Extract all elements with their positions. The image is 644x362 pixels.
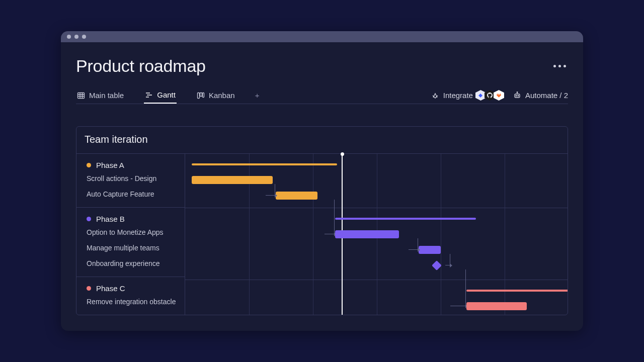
task-bar[interactable] [335,230,399,238]
task-row[interactable]: Scroll actions - Design [87,171,185,187]
dependency-arrow-icon [450,263,452,267]
svg-point-14 [516,95,517,96]
table-icon [77,92,85,100]
integrate-icon [431,92,439,100]
integrate-label: Integrate [443,91,473,100]
integration-github-icon [485,90,495,101]
group-header: Phase A [87,159,185,171]
automate-button[interactable]: Automate / 2 [513,91,568,100]
kanban-icon [197,92,205,100]
group-phase-a[interactable]: Phase A Scroll actions - Design Auto Cap… [76,154,185,208]
dependency-connector [266,184,275,196]
summary-bar-phase-a[interactable] [192,163,338,165]
grid-line [313,154,313,315]
page-title-row: Product roadmap [76,56,568,76]
integrate-button[interactable]: Integrate [431,90,504,101]
group-color-dot [87,163,91,167]
tab-label: Gantt [157,90,176,99]
task-bar[interactable] [192,176,273,184]
tab-label: Kanban [209,91,235,100]
svg-point-13 [517,92,518,93]
tab-main-table[interactable]: Main table [76,87,125,104]
group-header: Phase C [87,282,185,294]
grid-line [441,154,441,315]
dependency-connector [409,238,418,250]
gantt-body: Phase A Scroll actions - Design Auto Cap… [76,153,568,315]
task-bar[interactable] [466,302,527,310]
group-phase-b[interactable]: Phase B Option to Monetize Apps Manage m… [76,208,185,277]
dependency-arrow-icon [275,194,277,198]
row-divider [185,208,568,208]
more-menu-button[interactable] [553,65,568,67]
task-row[interactable]: Option to Monetize Apps [87,225,185,240]
group-color-dot [87,217,91,221]
window-zoom-dot[interactable] [82,35,86,39]
task-row[interactable]: Manage multiple teams [87,240,185,256]
page-title: Product roadmap [76,56,206,76]
svg-rect-0 [78,93,85,98]
row-divider [185,280,568,280]
task-bar[interactable] [276,192,317,200]
automate-label: Automate / 2 [525,91,568,100]
window-titlebar [61,31,583,42]
summary-bar-phase-c[interactable] [466,290,568,292]
add-view-button[interactable]: + [255,91,260,100]
robot-icon [513,92,521,100]
integration-avatars [477,90,504,101]
group-color-dot [87,286,91,291]
view-tabs-row: Main table Gantt [76,87,568,104]
dependency-arrow-icon [418,248,420,252]
task-bar[interactable] [419,246,441,254]
group-label: Phase A [96,161,124,169]
window-minimize-dot[interactable] [74,35,78,39]
integration-jira-icon [475,90,486,101]
tab-label: Main table [89,91,124,100]
board-title: Team iteration [76,127,568,153]
task-row[interactable]: Onboarding experience [87,256,185,272]
dependency-connector [450,269,465,306]
gantt-timeline[interactable] [185,153,568,315]
app-window: Product roadmap [61,31,583,331]
task-row[interactable]: Remove integration obstacle [87,294,185,310]
integration-gitlab-icon [494,90,504,101]
view-tabs: Main table Gantt [76,87,259,104]
gantt-icon [145,91,153,99]
window-close-dot[interactable] [67,35,71,39]
svg-rect-10 [202,93,204,97]
dependency-connector [325,200,335,234]
summary-bar-phase-b[interactable] [335,218,475,220]
task-row[interactable]: Auto Capture Feature [87,187,185,202]
group-phase-c[interactable]: Phase C Remove integration obstacle [76,277,185,315]
gantt-panel: Team iteration Phase A Scroll actions - … [76,126,568,315]
group-label: Phase B [96,215,125,223]
svg-point-15 [518,95,519,96]
gantt-task-list: Phase A Scroll actions - Design Auto Cap… [76,153,185,315]
group-header: Phase B [87,213,185,225]
svg-rect-9 [200,93,202,96]
tab-kanban[interactable]: Kanban [196,87,236,104]
tab-gantt[interactable]: Gantt [144,87,177,104]
board-actions: Integrate [431,90,568,101]
group-label: Phase C [96,284,125,293]
svg-rect-8 [197,93,199,98]
